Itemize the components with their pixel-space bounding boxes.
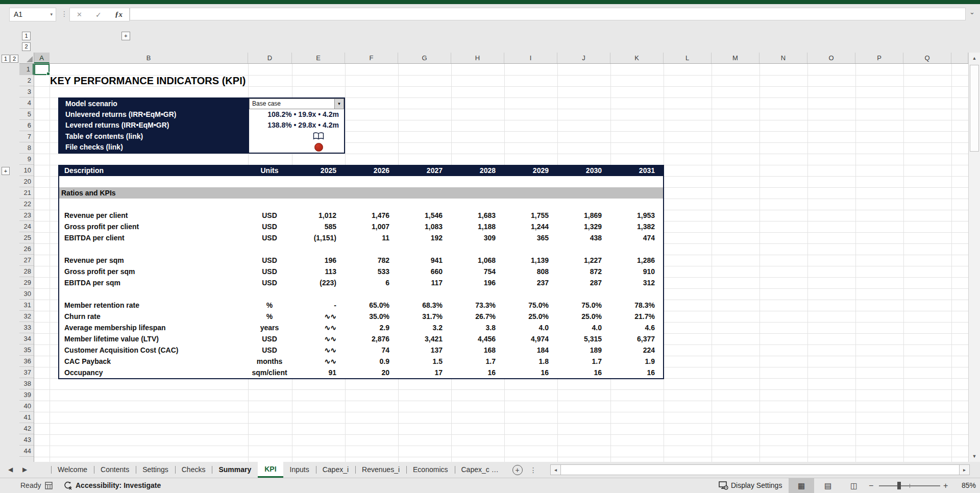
zoom-slider-thumb[interactable] bbox=[897, 482, 901, 489]
scroll-down-icon[interactable]: ▼ bbox=[969, 451, 980, 462]
enter-icon[interactable]: ✓ bbox=[95, 11, 102, 19]
page-layout-view-icon[interactable]: ▤ bbox=[816, 478, 840, 493]
cancel-icon[interactable]: ✕ bbox=[77, 11, 82, 18]
row-header-27[interactable]: 27 bbox=[19, 255, 34, 266]
row-header-30[interactable]: 30 bbox=[19, 288, 34, 300]
sheet-tab-welcome[interactable]: Welcome bbox=[51, 462, 94, 478]
column-outline-level-2-button[interactable]: 2 bbox=[22, 42, 31, 51]
sheet-tab-checks[interactable]: Checks bbox=[175, 462, 212, 478]
row-header-9[interactable]: 9 bbox=[19, 154, 34, 165]
select-all-corner[interactable] bbox=[19, 53, 34, 64]
row-header-7[interactable]: 7 bbox=[19, 131, 34, 142]
row-expand-button[interactable]: + bbox=[2, 167, 10, 175]
row-header-43[interactable]: 43 bbox=[19, 434, 34, 446]
row-header-8[interactable]: 8 bbox=[19, 142, 34, 154]
row-header-21[interactable]: 21 bbox=[19, 187, 34, 199]
row-header-34[interactable]: 34 bbox=[19, 333, 34, 344]
row-header-6[interactable]: 6 bbox=[19, 120, 34, 131]
row-header-42[interactable]: 42 bbox=[19, 423, 34, 434]
sheet-tab-capex-i[interactable]: Capex_i bbox=[316, 462, 355, 478]
table-of-contents-book-icon[interactable] bbox=[313, 132, 324, 140]
row-header-38[interactable]: 38 bbox=[19, 378, 34, 389]
file-checks-status-icon[interactable] bbox=[314, 143, 323, 152]
column-expand-button[interactable]: + bbox=[121, 32, 130, 40]
row-header-44[interactable]: 44 bbox=[19, 446, 34, 457]
column-header-L[interactable]: L bbox=[664, 53, 712, 63]
zoom-out-icon[interactable]: − bbox=[869, 478, 873, 493]
scenario-dropdown[interactable]: Base case▼ bbox=[249, 98, 344, 109]
column-header-Q[interactable]: Q bbox=[903, 53, 951, 63]
zoom-in-icon[interactable]: + bbox=[943, 478, 948, 493]
sheet-tab-kpi[interactable]: KPI bbox=[258, 462, 283, 478]
sheet-tab-revenues-i[interactable]: Revenues_i bbox=[355, 462, 406, 478]
row-header-35[interactable]: 35 bbox=[19, 344, 34, 356]
insert-function-icon[interactable]: ƒx bbox=[115, 10, 122, 19]
scroll-right-icon[interactable]: ▸ bbox=[959, 464, 970, 475]
tab-scroll-left-icon[interactable]: ◀ bbox=[8, 462, 13, 478]
horizontal-scrollbar-thumb[interactable] bbox=[561, 464, 959, 475]
row-header-36[interactable]: 36 bbox=[19, 356, 34, 367]
row-header-31[interactable]: 31 bbox=[19, 300, 34, 311]
column-header-I[interactable]: I bbox=[504, 53, 557, 63]
chevron-down-icon[interactable]: ▾ bbox=[50, 8, 53, 21]
horizontal-scrollbar[interactable]: ◂ ▸ bbox=[550, 464, 970, 475]
column-header-J[interactable]: J bbox=[557, 53, 610, 63]
macro-record-icon[interactable] bbox=[45, 482, 53, 491]
sheet-tab-summary[interactable]: Summary bbox=[212, 462, 258, 478]
column-header-P[interactable]: P bbox=[855, 53, 903, 63]
normal-view-icon[interactable]: ▦ bbox=[789, 478, 814, 493]
row-header-5[interactable]: 5 bbox=[19, 109, 34, 120]
accessibility-status[interactable]: Accessibility: Investigate bbox=[76, 478, 161, 493]
row-header-23[interactable]: 23 bbox=[19, 210, 34, 221]
column-header-M[interactable]: M bbox=[712, 53, 760, 63]
row-header-2[interactable]: 2 bbox=[19, 75, 34, 86]
row-header-20[interactable]: 20 bbox=[19, 176, 34, 187]
row-header-28[interactable]: 28 bbox=[19, 266, 34, 277]
dropdown-arrow-icon[interactable]: ▼ bbox=[334, 98, 344, 109]
add-sheet-icon[interactable]: + bbox=[512, 465, 523, 475]
row-header-22[interactable]: 22 bbox=[19, 199, 34, 210]
row-header-40[interactable]: 40 bbox=[19, 401, 34, 412]
vertical-scrollbar[interactable]: ▲ ▼ bbox=[968, 53, 980, 462]
row-header-4[interactable]: 4 bbox=[19, 97, 34, 109]
formula-expand-icon[interactable]: ⌄ bbox=[969, 8, 975, 16]
column-header-O[interactable]: O bbox=[807, 53, 855, 63]
sheet-tab-settings[interactable]: Settings bbox=[136, 462, 175, 478]
scroll-up-icon[interactable]: ▲ bbox=[969, 53, 980, 64]
page-break-view-icon[interactable]: ◫ bbox=[842, 478, 866, 493]
sheet-tab-inputs[interactable]: Inputs bbox=[283, 462, 316, 478]
column-header-B[interactable]: B bbox=[50, 53, 248, 63]
column-header-G[interactable]: G bbox=[398, 53, 451, 63]
vertical-scrollbar-thumb[interactable] bbox=[970, 65, 979, 152]
row-header-10[interactable]: 10 bbox=[19, 165, 34, 176]
column-header-K[interactable]: K bbox=[610, 53, 664, 63]
formula-bar-input[interactable] bbox=[130, 8, 966, 20]
name-box[interactable]: A1 ▾ bbox=[9, 8, 56, 21]
sheet-grid[interactable]: KEY PERFORMANCE INDICATORS (KPI) Model s… bbox=[34, 64, 968, 462]
row-header-3[interactable]: 3 bbox=[19, 86, 34, 97]
active-cell-selection[interactable] bbox=[34, 64, 50, 75]
row-header-24[interactable]: 24 bbox=[19, 221, 34, 232]
row-header-26[interactable]: 26 bbox=[19, 243, 34, 255]
column-header-D[interactable]: D bbox=[248, 53, 292, 63]
row-header-29[interactable]: 29 bbox=[19, 277, 34, 288]
display-settings-label[interactable]: Display Settings bbox=[731, 478, 782, 493]
sheet-tab-capex-c[interactable]: Capex_c … bbox=[455, 462, 505, 478]
sheet-tab-contents[interactable]: Contents bbox=[94, 462, 136, 478]
row-header-37[interactable]: 37 bbox=[19, 367, 34, 378]
row-header-39[interactable]: 39 bbox=[19, 389, 34, 401]
zoom-level[interactable]: 85% bbox=[953, 478, 976, 493]
row-header-32[interactable]: 32 bbox=[19, 311, 34, 322]
row-outline-level-2-button[interactable]: 2 bbox=[10, 55, 18, 63]
sheet-tab-economics[interactable]: Economics bbox=[406, 462, 454, 478]
column-header-A[interactable]: A bbox=[34, 53, 50, 63]
column-header-N[interactable]: N bbox=[760, 53, 807, 63]
scroll-left-icon[interactable]: ◂ bbox=[550, 464, 561, 475]
row-header-41[interactable]: 41 bbox=[19, 412, 34, 423]
column-outline-level-1-button[interactable]: 1 bbox=[22, 32, 31, 40]
column-header-E[interactable]: E bbox=[292, 53, 345, 63]
row-header-1[interactable]: 1 bbox=[19, 64, 34, 75]
tab-scroll-right-icon[interactable]: ▶ bbox=[22, 462, 27, 478]
row-outline-level-1-button[interactable]: 1 bbox=[2, 55, 10, 63]
row-header-25[interactable]: 25 bbox=[19, 232, 34, 243]
